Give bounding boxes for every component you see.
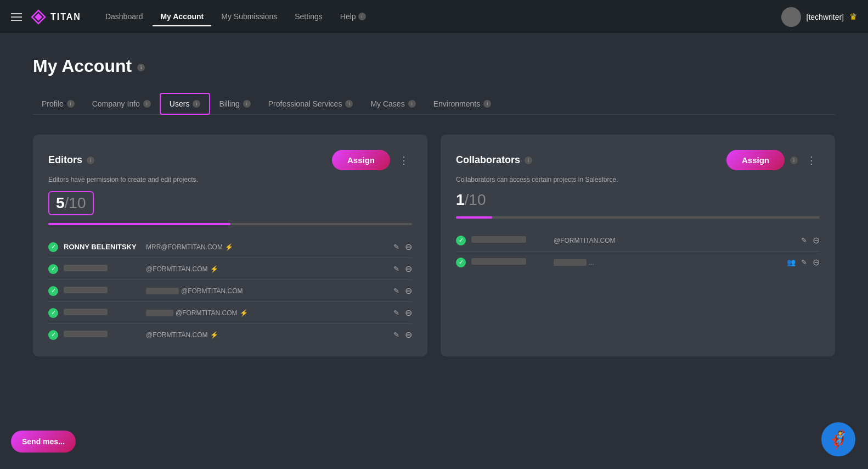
check-icon: ✓ xyxy=(48,330,58,340)
collaborators-progress-bg xyxy=(456,216,820,219)
crown-icon: ♛ xyxy=(849,12,857,22)
edit-button[interactable]: ✎ xyxy=(393,265,399,273)
tab-professional-services[interactable]: Professional Services i xyxy=(260,94,362,114)
edit-button[interactable]: ✎ xyxy=(393,309,399,317)
row-actions: ✎ ⊖ xyxy=(393,264,412,274)
editors-assign-button[interactable]: Assign xyxy=(332,150,390,170)
edit-button[interactable]: ✎ xyxy=(393,331,399,339)
collaborators-used: 1 xyxy=(456,191,465,208)
profile-tab-info[interactable]: i xyxy=(67,100,75,108)
row-actions: ✎ ⊖ xyxy=(393,286,412,296)
remove-button[interactable]: ⊖ xyxy=(405,330,412,340)
editors-progress-fill xyxy=(48,223,230,225)
company-tab-info[interactable]: i xyxy=(143,100,151,108)
collaborators-progress-fill xyxy=(456,216,492,219)
environments-tab-info[interactable]: i xyxy=(483,100,491,108)
edit-button[interactable]: ✎ xyxy=(801,258,807,266)
remove-button[interactable]: ⊖ xyxy=(405,286,412,296)
collaborators-header-info[interactable]: i xyxy=(790,157,798,164)
hamburger-menu[interactable] xyxy=(11,13,22,21)
editors-total: /10 xyxy=(65,194,86,211)
user-name: RONNY BELENITSKY xyxy=(64,243,140,251)
help-info-icon[interactable]: i xyxy=(358,13,366,20)
tab-company-info[interactable]: Company Info i xyxy=(83,94,160,114)
editors-header-right: Assign ⋮ xyxy=(332,150,412,170)
account-tabs: Profile i Company Info i Users i Billing… xyxy=(33,93,835,115)
page-title: My Account i xyxy=(33,56,835,76)
user-name xyxy=(64,331,140,339)
nav-my-submissions[interactable]: My Submissions xyxy=(213,8,285,26)
table-row: ✓ @FORMTITAN.COM ⚡ ✎ ⊖ xyxy=(48,324,412,345)
tab-my-cases[interactable]: My Cases i xyxy=(362,94,424,114)
collaborators-card: Collaborators i Assign i ⋮ Collaborators… xyxy=(441,135,835,356)
edit-button[interactable]: ✎ xyxy=(801,236,807,244)
collaborators-title-area: Collaborators i xyxy=(456,154,532,166)
users-tab-info[interactable]: i xyxy=(193,100,200,108)
collaborators-assign-button[interactable]: Assign xyxy=(726,150,785,170)
editors-more-button[interactable]: ⋮ xyxy=(396,152,412,169)
remove-button[interactable]: ⊖ xyxy=(405,308,412,318)
cards-grid: Editors i Assign ⋮ Editors have permissi… xyxy=(33,135,835,356)
user-email: @FORMTITAN.COM ⚡ xyxy=(146,331,388,339)
collaborators-header-right: Assign i ⋮ xyxy=(726,150,820,170)
remove-button[interactable]: ⊖ xyxy=(405,264,412,274)
svg-marker-1 xyxy=(35,13,42,21)
check-icon: ✓ xyxy=(48,242,58,252)
user-name xyxy=(471,236,548,244)
pro-services-tab-info[interactable]: i xyxy=(345,100,353,108)
page-content: My Account i Profile i Company Info i Us… xyxy=(0,34,868,389)
send-message-button[interactable]: Send mes... xyxy=(11,431,76,453)
user-email: @FORMTITAN.COM ⚡ xyxy=(146,309,388,317)
edit-button[interactable]: ✎ xyxy=(393,243,399,251)
editors-title-area: Editors i xyxy=(48,154,94,166)
remove-button[interactable]: ⊖ xyxy=(813,257,820,267)
group-icon[interactable]: 👥 xyxy=(787,258,796,266)
user-email: ... xyxy=(554,259,781,266)
table-row: ✓ @FORMTITAN.COM ⚡ ✎ ⊖ xyxy=(48,258,412,280)
collaborators-card-header: Collaborators i Assign i ⋮ xyxy=(456,150,820,170)
editors-info-icon[interactable]: i xyxy=(87,157,94,164)
lightning-icon: ⚡ xyxy=(210,265,218,273)
nav-dashboard[interactable]: Dashboard xyxy=(98,8,151,26)
user-name xyxy=(471,258,548,266)
remove-button[interactable]: ⊖ xyxy=(813,235,820,245)
mascot-avatar[interactable]: 🦸 xyxy=(820,421,857,458)
page-title-info-icon[interactable]: i xyxy=(137,64,145,71)
logo-text: TITAN xyxy=(50,12,81,22)
billing-tab-info[interactable]: i xyxy=(243,100,251,108)
user-name xyxy=(64,287,140,295)
row-actions: ✎ ⊖ xyxy=(393,330,412,340)
collaborators-info-icon[interactable]: i xyxy=(525,157,532,164)
collaborators-more-button[interactable]: ⋮ xyxy=(803,152,820,169)
row-actions: ✎ ⊖ xyxy=(393,242,412,252)
nav-settings[interactable]: Settings xyxy=(287,8,330,26)
table-row: ✓ @FORMTITAN.COM ⚡ ✎ ⊖ xyxy=(48,302,412,324)
check-icon: ✓ xyxy=(456,258,466,267)
collaborators-total: /10 xyxy=(465,191,486,208)
tab-billing[interactable]: Billing i xyxy=(210,94,259,114)
tab-environments[interactable]: Environments i xyxy=(425,94,500,114)
tab-profile[interactable]: Profile i xyxy=(33,94,83,114)
editors-counter-box: 5/10 xyxy=(48,191,94,215)
edit-button[interactable]: ✎ xyxy=(393,287,399,295)
username-label: [techwriter] xyxy=(807,13,844,21)
nav-help[interactable]: Help i xyxy=(332,8,374,26)
collaborators-description: Collaborators can access certain project… xyxy=(456,176,820,183)
user-email: @FORMTITAN.COM ⚡ xyxy=(146,265,388,273)
top-navigation: TITAN Dashboard My Account My Submission… xyxy=(0,0,868,34)
lightning-icon: ⚡ xyxy=(210,331,218,339)
nav-my-account[interactable]: My Account xyxy=(153,8,211,26)
row-actions: ✎ ⊖ xyxy=(393,308,412,318)
check-icon: ✓ xyxy=(48,308,58,318)
user-name xyxy=(64,309,140,317)
row-actions: 👥 ✎ ⊖ xyxy=(787,257,820,267)
tab-users[interactable]: Users i xyxy=(160,93,211,115)
editors-card: Editors i Assign ⋮ Editors have permissi… xyxy=(33,135,427,356)
editors-description: Editors have permission to create and ed… xyxy=(48,176,412,183)
nav-right-area: [techwriter] ♛ xyxy=(781,7,857,27)
remove-button[interactable]: ⊖ xyxy=(405,242,412,252)
user-name xyxy=(64,265,140,273)
table-row: ✓ ... 👥 ✎ ⊖ xyxy=(456,252,820,273)
user-email: @FORMTITAN.COM xyxy=(554,237,796,244)
my-cases-tab-info[interactable]: i xyxy=(408,100,416,108)
